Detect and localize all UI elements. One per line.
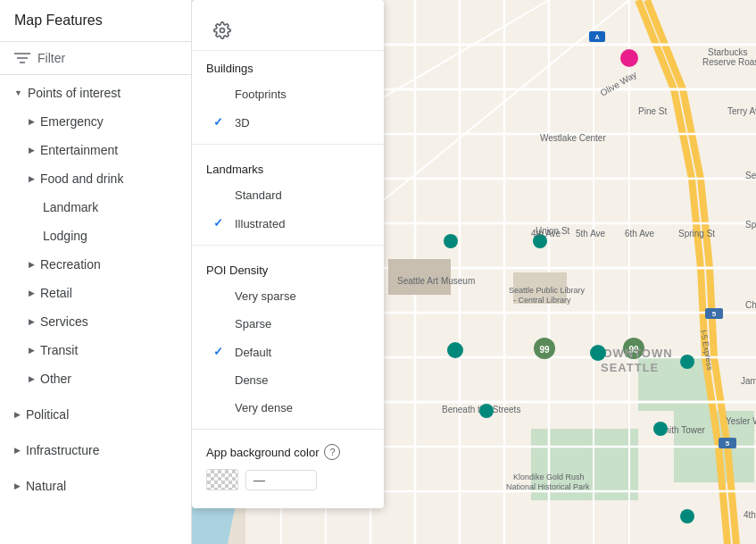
standard-option[interactable]: Standard [192, 181, 384, 209]
chevron-right-icon: ▶ [29, 146, 35, 155]
very-sparse-option[interactable]: Very sparse [192, 282, 384, 310]
svg-text:4th Ave: 4th Ave [744, 510, 756, 520]
footprints-option[interactable]: Footprints [192, 80, 384, 108]
filter-bar[interactable]: Filter [0, 42, 191, 75]
3d-option[interactable]: ✓ 3D [192, 108, 384, 137]
sidebar-item-infrastructure[interactable]: ▶ Infrastructure [0, 436, 191, 464]
sidebar: Map Features Filter ▼ Points of interest… [0, 0, 192, 544]
landmarks-section-title: Landmarks [192, 152, 384, 181]
filter-icon [14, 52, 30, 64]
bg-color-controls [206, 469, 370, 490]
sidebar-item-other[interactable]: ▶ Other [0, 364, 191, 393]
svg-point-76 [447, 342, 463, 358]
svg-text:Klondike Gold Rush: Klondike Gold Rush [513, 473, 585, 481]
sidebar-item-natural[interactable]: ▶ Natural [0, 472, 191, 500]
svg-text:A: A [594, 34, 599, 40]
svg-point-72 [620, 49, 638, 67]
color-checker-box[interactable] [206, 469, 238, 490]
political-section: ▶ Political [0, 397, 191, 432]
sidebar-item-transit[interactable]: ▶ Transit [0, 336, 191, 364]
sidebar-item-label: Landmark [43, 200, 98, 214]
chevron-right-icon: ▶ [29, 260, 35, 269]
sidebar-item-label: Lodging [43, 229, 87, 243]
sidebar-item-services[interactable]: ▶ Services [0, 307, 191, 336]
svg-text:5: 5 [726, 439, 730, 448]
check-icon: ✓ [213, 345, 228, 359]
divider-1 [192, 144, 384, 145]
divider-2 [192, 245, 384, 246]
sidebar-item-recreation[interactable]: ▶ Recreation [0, 250, 191, 279]
chevron-right-icon: ▶ [29, 289, 35, 297]
bg-color-section: App background color ? [192, 437, 384, 501]
svg-text:Yesler Wy: Yesler Wy [726, 416, 756, 426]
svg-text:Cherry St: Cherry St [745, 300, 756, 310]
sidebar-item-label: Other [40, 372, 71, 386]
svg-text:Terry Ave: Terry Ave [727, 106, 756, 116]
chevron-right-icon: ▶ [29, 117, 35, 126]
svg-text:4th Ave: 4th Ave [531, 229, 561, 239]
svg-text:Spring St: Spring St [678, 229, 715, 239]
dense-option[interactable]: Dense [192, 366, 384, 394]
check-icon: ✓ [213, 115, 228, 130]
sidebar-item-landmark[interactable]: Landmark [0, 193, 191, 222]
chevron-right-icon: ▶ [29, 174, 35, 183]
sidebar-item-retail[interactable]: ▶ Retail [0, 279, 191, 307]
points-of-interest-section: ▼ Points of interest ▶ Emergency ▶ Enter… [0, 75, 191, 397]
sidebar-item-label: Natural [26, 479, 66, 493]
svg-point-71 [680, 509, 694, 523]
svg-text:99: 99 [539, 345, 550, 355]
gear-settings-button[interactable] [206, 14, 238, 46]
help-icon[interactable]: ? [324, 444, 340, 460]
sidebar-item-entertainment[interactable]: ▶ Entertainment [0, 136, 191, 164]
sidebar-item-label: Political [26, 407, 69, 422]
bg-color-text: App background color [206, 446, 319, 459]
chevron-right-icon: ▶ [29, 374, 35, 383]
buildings-section-title: Buildings [192, 51, 384, 80]
sidebar-item-label: Emergency [40, 114, 104, 129]
svg-point-68 [680, 355, 694, 369]
svg-text:James St: James St [741, 376, 756, 386]
illustrated-label: Illustrated [235, 217, 285, 230]
svg-text:SEATTLE: SEATTLE [601, 361, 659, 374]
infrastructure-section: ▶ Infrastructure [0, 432, 191, 468]
sidebar-item-points-of-interest[interactable]: ▼ Points of interest [0, 79, 191, 107]
sidebar-item-label: Points of interest [28, 86, 120, 100]
density-label: Default [235, 346, 271, 359]
color-text-input[interactable] [245, 470, 317, 490]
svg-text:5: 5 [712, 310, 717, 318]
sparse-option[interactable]: Sparse [192, 310, 384, 338]
svg-text:5th Ave: 5th Ave [576, 229, 606, 239]
bg-color-label: App background color ? [206, 444, 370, 460]
footprints-label: Footprints [235, 88, 287, 101]
sidebar-item-emergency[interactable]: ▶ Emergency [0, 107, 191, 136]
map-area: 99 99 5 5 E Pine St Starbucks Reserve Ro… [192, 0, 756, 544]
illustrated-option[interactable]: ✓ Illustrated [192, 209, 384, 238]
default-option[interactable]: ✓ Default [192, 338, 384, 366]
density-label: Sparse [235, 317, 271, 331]
sidebar-item-food-and-drink[interactable]: ▶ Food and drink [0, 164, 191, 193]
sidebar-item-political[interactable]: ▶ Political [0, 400, 191, 429]
svg-point-77 [590, 345, 606, 361]
chevron-right-icon: ▶ [29, 317, 35, 326]
chevron-right-icon: ▶ [14, 410, 21, 419]
svg-text:Westlake Center: Westlake Center [540, 133, 606, 143]
very-dense-option[interactable]: Very dense [192, 394, 384, 422]
sidebar-item-label: Services [40, 314, 88, 329]
standard-label: Standard [235, 188, 282, 202]
svg-text:Pine St: Pine St [638, 106, 667, 116]
chevron-down-icon: ▼ [14, 88, 22, 97]
chevron-right-icon: ▶ [14, 481, 21, 490]
sidebar-item-label: Infrastructure [26, 443, 99, 457]
svg-text:Reserve Roastery: Reserve Roastery [702, 57, 756, 67]
poi-density-title: POI Density [192, 253, 384, 282]
svg-text:Seneca St: Seneca St [745, 171, 756, 180]
svg-text:6th Ave: 6th Ave [625, 229, 655, 239]
svg-point-65 [444, 234, 458, 248]
density-label: Dense [235, 373, 269, 387]
natural-section: ▶ Natural [0, 468, 191, 504]
sidebar-item-label: Recreation [40, 257, 101, 272]
sidebar-item-label: Transit [40, 343, 78, 357]
chevron-right-icon: ▶ [14, 446, 21, 455]
sidebar-item-lodging[interactable]: Lodging [0, 222, 191, 250]
dropdown-menu: Buildings Footprints ✓ 3D Landmarks Stan… [192, 0, 384, 508]
